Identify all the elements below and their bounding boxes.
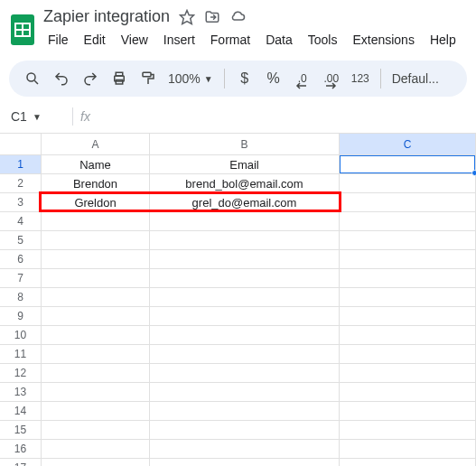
cell[interactable] bbox=[340, 231, 476, 249]
col-header-a[interactable]: A bbox=[42, 134, 150, 154]
row-header[interactable]: 5 bbox=[0, 231, 42, 249]
cell[interactable] bbox=[42, 421, 150, 439]
cell[interactable] bbox=[150, 345, 340, 363]
menu-view[interactable]: View bbox=[117, 30, 153, 50]
print-icon[interactable] bbox=[107, 66, 132, 91]
menu-file[interactable]: File bbox=[43, 30, 73, 50]
cell[interactable] bbox=[42, 288, 150, 306]
cell[interactable] bbox=[150, 231, 340, 249]
currency-button[interactable]: $ bbox=[232, 66, 257, 91]
menu-tools[interactable]: Tools bbox=[303, 30, 342, 50]
cell[interactable] bbox=[42, 440, 150, 458]
cell[interactable] bbox=[340, 345, 476, 363]
row-header[interactable]: 1 bbox=[0, 155, 42, 173]
zoom-select[interactable]: 100%▼ bbox=[164, 71, 217, 86]
menu-insert[interactable]: Insert bbox=[159, 30, 200, 50]
increase-decimal-icon[interactable]: .00 bbox=[319, 66, 344, 91]
cell[interactable]: brend_bol@email.com bbox=[150, 174, 340, 192]
cell[interactable] bbox=[340, 250, 476, 268]
search-icon[interactable] bbox=[20, 66, 45, 91]
cell[interactable]: Brendon bbox=[42, 174, 150, 192]
cell[interactable] bbox=[340, 269, 476, 287]
cell[interactable] bbox=[150, 269, 340, 287]
row-header[interactable]: 17 bbox=[0, 459, 42, 466]
star-icon[interactable] bbox=[179, 9, 195, 25]
menu-format[interactable]: Format bbox=[206, 30, 255, 50]
cell[interactable] bbox=[42, 307, 150, 325]
cell[interactable]: grel_do@email.com bbox=[150, 193, 340, 211]
cell[interactable] bbox=[340, 307, 476, 325]
cell[interactable] bbox=[150, 459, 340, 466]
name-box[interactable]: C1 ▼ bbox=[11, 106, 65, 127]
cell[interactable] bbox=[150, 326, 340, 344]
menu-data[interactable]: Data bbox=[261, 30, 297, 50]
cell[interactable] bbox=[340, 459, 476, 466]
paint-format-icon[interactable] bbox=[135, 66, 161, 91]
cell[interactable] bbox=[340, 383, 476, 401]
col-header-c[interactable]: C bbox=[340, 134, 476, 154]
cell[interactable]: Greldon bbox=[42, 193, 150, 211]
redo-icon[interactable] bbox=[78, 66, 103, 91]
cell[interactable]: Email bbox=[150, 155, 340, 173]
cell[interactable] bbox=[42, 402, 150, 420]
cell[interactable] bbox=[42, 269, 150, 287]
cell[interactable] bbox=[42, 345, 150, 363]
cell[interactable] bbox=[340, 155, 476, 173]
move-folder-icon[interactable] bbox=[204, 9, 220, 25]
decrease-decimal-icon[interactable]: .0 bbox=[290, 66, 315, 91]
cell[interactable] bbox=[340, 440, 476, 458]
cell[interactable] bbox=[340, 364, 476, 382]
undo-icon[interactable] bbox=[49, 66, 74, 91]
formula-bar-input[interactable] bbox=[98, 107, 465, 126]
cell[interactable] bbox=[42, 326, 150, 344]
cloud-status-icon[interactable] bbox=[229, 9, 246, 25]
cell[interactable] bbox=[42, 459, 150, 466]
row-header[interactable]: 10 bbox=[0, 326, 42, 344]
cell[interactable] bbox=[150, 421, 340, 439]
cell[interactable] bbox=[42, 364, 150, 382]
row-header[interactable]: 14 bbox=[0, 402, 42, 420]
cell[interactable] bbox=[150, 288, 340, 306]
cell[interactable] bbox=[42, 250, 150, 268]
menu-extensions[interactable]: Extensions bbox=[348, 30, 418, 50]
cell[interactable] bbox=[42, 212, 150, 230]
row-header[interactable]: 8 bbox=[0, 288, 42, 306]
cell[interactable] bbox=[150, 212, 340, 230]
row-header[interactable]: 13 bbox=[0, 383, 42, 401]
cell[interactable] bbox=[42, 231, 150, 249]
percent-button[interactable]: % bbox=[261, 66, 286, 91]
cell[interactable] bbox=[340, 402, 476, 420]
col-header-b[interactable]: B bbox=[150, 134, 340, 154]
row-header[interactable]: 16 bbox=[0, 440, 42, 458]
cell[interactable]: Name bbox=[42, 155, 150, 173]
cell[interactable] bbox=[150, 383, 340, 401]
menu-edit[interactable]: Edit bbox=[79, 30, 110, 50]
cell[interactable] bbox=[340, 326, 476, 344]
spreadsheet-grid[interactable]: A B C 1NameEmail 2Brendonbrend_bol@email… bbox=[0, 134, 476, 466]
cell[interactable] bbox=[340, 212, 476, 230]
font-select[interactable]: Defaul... bbox=[388, 71, 443, 86]
row-header[interactable]: 9 bbox=[0, 307, 42, 325]
cell[interactable] bbox=[340, 174, 476, 192]
row-header[interactable]: 7 bbox=[0, 269, 42, 287]
sheets-logo[interactable] bbox=[11, 14, 34, 45]
cell[interactable] bbox=[42, 383, 150, 401]
doc-title[interactable]: Zapier integration bbox=[43, 7, 170, 26]
row-header[interactable]: 12 bbox=[0, 364, 42, 382]
number-format-button[interactable]: 123 bbox=[348, 66, 373, 91]
row-header[interactable]: 11 bbox=[0, 345, 42, 363]
cell[interactable] bbox=[150, 402, 340, 420]
row-header[interactable]: 4 bbox=[0, 212, 42, 230]
cell[interactable] bbox=[340, 421, 476, 439]
cell[interactable] bbox=[340, 288, 476, 306]
row-header[interactable]: 2 bbox=[0, 174, 42, 192]
row-header[interactable]: 3 bbox=[0, 193, 42, 211]
row-header[interactable]: 15 bbox=[0, 421, 42, 439]
fill-handle-icon[interactable] bbox=[471, 170, 476, 176]
cell[interactable] bbox=[150, 250, 340, 268]
menu-help[interactable]: Help bbox=[425, 30, 461, 50]
cell[interactable] bbox=[150, 307, 340, 325]
cell[interactable] bbox=[150, 364, 340, 382]
select-all-corner[interactable] bbox=[0, 134, 42, 154]
row-header[interactable]: 6 bbox=[0, 250, 42, 268]
